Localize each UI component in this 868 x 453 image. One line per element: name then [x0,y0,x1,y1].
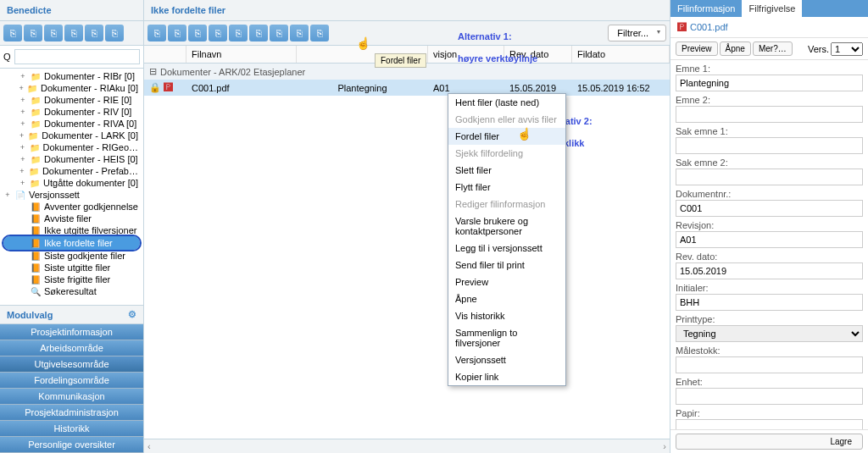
tree-item[interactable]: +Dokumenter - LARK [0] [3,130,140,141]
field-input[interactable] [676,388,863,405]
right-panel: Filinformasjon Filfrigivelse 🅿 C001.pdf … [670,0,868,453]
expand-icon[interactable]: + [19,155,27,163]
toolbar-icon[interactable]: ⎘ [64,25,83,41]
scroll-left-icon[interactable]: ‹ [147,441,151,451]
tree-item[interactable]: Avventer godkjennelse [3,201,140,213]
module-button[interactable]: Fordelingsområde [0,373,143,389]
toolbar-icon[interactable]: ⎘ [209,25,227,41]
tree-item[interactable]: +Dokumenter - RIE [0] [3,94,140,106]
module-button[interactable]: Arbeidsområde [0,340,143,356]
open-button[interactable]: Åpne [720,41,751,56]
expand-icon[interactable]: + [19,96,27,104]
module-button[interactable]: Prosjektadministrasjon [0,405,143,421]
tab-filinformasjon[interactable]: Filinformasjon [670,0,742,17]
save-button[interactable]: Lagre [676,434,863,450]
filter-button[interactable]: Filtrer... [608,25,666,41]
col-filename[interactable]: Filnavn [186,46,297,63]
file-row[interactable]: 🔒 🅿C001.pdfPlantegningA0115.05.201915.05… [144,80,670,96]
tree-item[interactable]: +Utgåtte dokumenter [0] [3,177,140,189]
tree-item[interactable]: Avviste filer [3,213,140,224]
expand-icon[interactable]: + [19,167,25,175]
toolbar-icon[interactable]: ⎘ [105,25,124,41]
tree-item[interactable]: +Dokumenter - RIGeo… [3,141,140,153]
expand-icon[interactable]: + [19,143,26,152]
preview-button[interactable]: Preview [676,41,718,56]
tree-item[interactable]: Siste godkjente filer [3,250,140,262]
search-input[interactable] [14,49,140,64]
context-menu-item[interactable]: Sammenlign to filversjoner [448,324,565,351]
h-scrollbar[interactable]: ‹ › [144,439,670,453]
toolbar-icon[interactable]: ⎘ [85,25,103,41]
toolbar-icon[interactable]: ⎘ [3,25,22,41]
minus-icon[interactable]: ⊟ [149,66,157,77]
field-input[interactable] [676,294,863,311]
context-menu-item[interactable]: Varsle brukere og kontaktpersoner [448,213,565,240]
context-menu-item[interactable]: Preview [448,273,565,290]
tree-item[interactable]: +Dokumenter - RIVA [0] [3,118,140,130]
field-input[interactable] [676,231,863,248]
module-button[interactable]: Prosjektinformasjon [0,324,143,340]
tab-filfrigivelse[interactable]: Filfrigivelse [742,0,802,17]
field-input[interactable] [676,262,863,279]
module-button[interactable]: Historikk [0,421,143,437]
tree-item[interactable]: +Dokumenter - Prefab… [3,165,140,177]
field-input[interactable] [676,75,863,91]
toolbar-icon[interactable]: ⎘ [44,25,63,41]
field-input[interactable] [676,137,863,154]
field-input[interactable] [676,200,863,217]
toolbar-icon[interactable]: ⎘ [310,25,329,41]
toolbar-icon[interactable]: ⎘ [270,25,288,41]
col-file-date[interactable]: Fildato [572,46,670,63]
context-menu-item[interactable]: Send filer til print [448,257,565,273]
field-input[interactable] [676,168,863,185]
tree-item[interactable]: +Dokumenter - RIBr [0] [3,70,140,82]
tree-item[interactable]: Søkeresultat [3,285,140,297]
context-menu-item[interactable]: Slett filer [448,162,565,179]
module-button[interactable]: Utgivelsesområde [0,356,143,373]
context-menu-item[interactable]: Versjonssett [448,351,565,368]
version-select[interactable]: 1 [831,42,863,56]
tree-item[interactable]: Siste frigitte filer [3,273,140,285]
toolbar-icon[interactable]: ⎘ [229,25,248,41]
tree-item[interactable]: Siste utgitte filer [3,262,140,273]
context-menu-item[interactable]: Kopier link [448,368,565,385]
context-menu-item[interactable]: Legg til i versjonssett [448,240,565,257]
field-input[interactable] [676,356,863,373]
toolbar-icon[interactable]: ⎘ [249,25,268,41]
expand-icon[interactable]: + [19,131,25,140]
scroll-right-icon[interactable]: › [663,441,666,451]
toolbar-icon[interactable]: ⎘ [168,25,186,41]
expand-icon[interactable]: + [19,84,24,92]
tree-item[interactable]: +Dokumenter - RIV [0] [3,106,140,118]
gear-icon[interactable]: ⚙ [128,309,136,320]
module-button[interactable]: Kommunikasjon [0,389,143,405]
toolbar-icon[interactable]: ⎘ [147,25,166,41]
tree-item[interactable]: +Dokumenter - HEIS [0] [3,153,140,165]
expand-icon[interactable]: + [3,191,12,199]
toolbar-icon[interactable]: ⎘ [290,25,309,41]
toolbar-icon[interactable]: ⎘ [188,25,207,41]
folder-tree: +Dokumenter - RIBr [0]+Dokumenter - RIAk… [0,69,143,305]
expand-icon[interactable]: + [19,179,26,187]
field-input[interactable] [676,106,863,123]
tree-item[interactable]: +Dokumenter - RIAku [0] [3,82,140,94]
context-menu-item[interactable]: Vis historikk [448,307,565,324]
context-menu-item[interactable]: Flytt filer [448,179,565,196]
expand-icon[interactable]: + [19,119,27,128]
form-row: Emne 2: [676,95,863,123]
context-menu-item[interactable]: Åpne [448,290,565,307]
expand-icon[interactable]: + [19,108,27,116]
field-input[interactable] [676,419,863,429]
context-menu-item[interactable]: Fordel filer [448,128,565,145]
breadcrumb-text: Dokumenter - ARK/02 Etasjeplaner [160,67,305,77]
module-button[interactable]: Personlige oversikter [0,437,143,453]
tree-item[interactable]: Ikke fordelte filer [3,236,140,250]
tree-item-label: Versjonssett [29,190,80,200]
expand-icon[interactable]: + [19,72,27,80]
tree-item[interactable]: Ikke utgitte filversjoner [3,224,140,236]
context-menu-item[interactable]: Hent filer (laste ned) [448,94,565,111]
field-input[interactable]: Tegning [676,325,863,342]
tree-item[interactable]: +Versjonssett [3,189,140,201]
toolbar-icon[interactable]: ⎘ [24,25,42,41]
more-button[interactable]: Mer?… [753,41,793,56]
